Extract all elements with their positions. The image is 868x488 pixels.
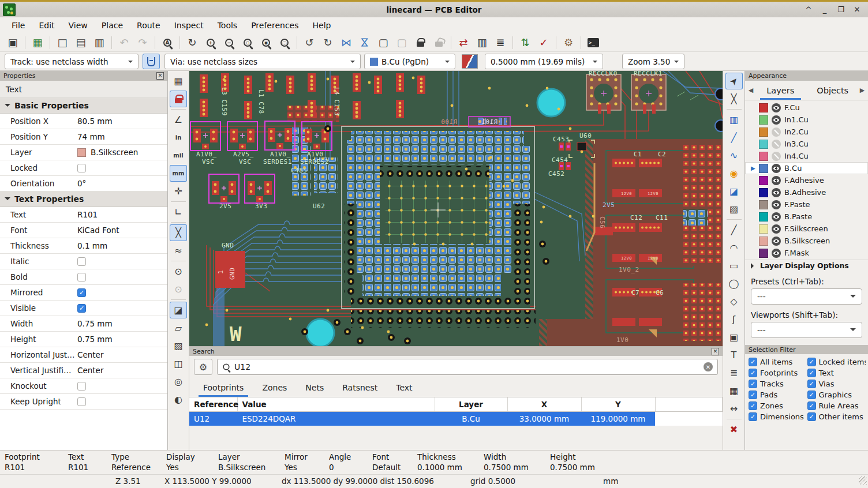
filter-rule-areas[interactable]: Rule Areas [807, 401, 866, 410]
visibility-eye-icon[interactable] [772, 200, 781, 209]
filter-vias[interactable]: Vias [807, 380, 866, 388]
via-size-select[interactable]: Via: use netclass sizes [164, 54, 361, 69]
layer-pair-indicator[interactable] [462, 54, 478, 69]
plot-button[interactable]: ▥ [91, 35, 107, 51]
select-tool-button[interactable]: ➤ [725, 73, 743, 89]
search-tab-zones[interactable]: Zones [254, 380, 295, 397]
draw-circle-button[interactable]: ◯ [725, 275, 743, 292]
zoom-selection-button[interactable]: ◌ [276, 35, 293, 51]
property-value[interactable] [75, 273, 167, 281]
filter-dimensions[interactable]: Dimensions [749, 412, 807, 421]
silkscreen-label[interactable]: C453 [553, 136, 570, 143]
checkbox[interactable] [77, 382, 86, 391]
rotate-cw-button[interactable]: ↻ [320, 35, 336, 51]
scripting-console-button[interactable]: >_ [585, 35, 601, 51]
active-layer-select[interactable]: B.Cu (PgDn) [364, 54, 455, 69]
silkscreen-label[interactable]: R100 [441, 118, 458, 126]
property-value[interactable]: 0.1 mm [75, 241, 167, 250]
silkscreen-label[interactable]: 2V5 [603, 201, 615, 209]
checkbox[interactable] [749, 412, 757, 421]
auto-track-width-button[interactable] [143, 54, 160, 69]
silkscreen-label[interactable]: RECCLK0 [589, 71, 618, 77]
grid-size-select[interactable]: 0.5000 mm (19.69 mils) [485, 54, 603, 69]
property-value[interactable] [75, 304, 167, 313]
close-icon[interactable]: ✕ [712, 348, 719, 355]
silkscreen-label[interactable]: SERDES2 [300, 158, 329, 166]
curved-ratsnest-button[interactable]: ≈ [170, 242, 187, 259]
property-value[interactable]: Center [75, 350, 167, 359]
add-text-button[interactable]: T [725, 347, 743, 363]
silkscreen-label[interactable]: U60 [579, 132, 592, 140]
silkscreen-label[interactable]: GND [222, 242, 234, 249]
silkscreen-label[interactable]: VSC [239, 158, 251, 166]
search-tab-nets[interactable]: Nets [297, 380, 332, 397]
zoom-select[interactable]: Zoom 3.50 [622, 54, 684, 69]
resize-grip[interactable] [859, 476, 867, 485]
property-value[interactable] [75, 164, 167, 172]
filter-pads[interactable]: Pads [749, 391, 807, 399]
silkscreen-label[interactable]: C485 [291, 167, 308, 174]
minimize-icon[interactable]: _ [821, 5, 829, 14]
layer-row-b-adhesive[interactable]: B.Adhesive [745, 186, 868, 198]
layer-color-swatch[interactable] [759, 140, 768, 149]
layer-row-f-paste[interactable]: F.Paste [745, 198, 868, 211]
silkscreen-label[interactable]: C11 [656, 214, 668, 222]
silkscreen-label[interactable]: A2V5_ [233, 151, 254, 158]
layer-color-swatch[interactable] [759, 176, 768, 185]
menu-route[interactable]: Route [131, 19, 166, 32]
layer-color-swatch[interactable] [759, 127, 768, 137]
visibility-eye-icon[interactable] [772, 176, 781, 185]
checkbox[interactable] [77, 257, 86, 266]
units-mils-button[interactable]: mil [170, 147, 187, 164]
menu-preferences[interactable]: Preferences [245, 19, 304, 32]
visibility-hidden-icon[interactable] [772, 140, 781, 149]
board-setup-button[interactable]: ▦ [29, 35, 46, 51]
footprint-properties-button[interactable]: ≣ [492, 35, 508, 51]
ungroup-items-button[interactable]: ▢ [394, 35, 410, 51]
checkbox[interactable] [77, 164, 86, 172]
silkscreen-label[interactable]: L4 C153 [333, 87, 341, 116]
pcb-canvas[interactable]: L3 C159L1 C78L4 C153A1V0_VSCA2V5_VSCA1V0… [189, 71, 723, 346]
search-settings-button[interactable]: ⚙ [194, 359, 212, 375]
filter-text[interactable]: Text [807, 369, 866, 377]
silkscreen-label[interactable]: C6 [656, 289, 664, 296]
presets-select[interactable]: --- [751, 288, 862, 305]
save-button[interactable]: ▣ [5, 35, 21, 51]
router-tool-button[interactable]: ⚙ [560, 35, 577, 51]
add-footprint-button[interactable]: ▥ [725, 111, 743, 128]
zone-outline-mode-button[interactable]: ▱ [170, 320, 187, 336]
highlight-local-ratsnest-button[interactable]: ╳ [725, 91, 743, 107]
draw-polygon-button[interactable]: ◇ [725, 293, 743, 310]
minimize-to-tray-icon[interactable]: ^ [805, 5, 813, 14]
refresh-view-button[interactable]: ↻ [184, 35, 200, 51]
silkscreen-label[interactable]: VSC [202, 158, 214, 166]
silkscreen-label[interactable]: A1V0_ [196, 151, 217, 158]
property-value[interactable]: 0.75 mm [75, 319, 167, 328]
column-header-layer[interactable]: Layer [435, 397, 507, 412]
zoom-fit-objects-button[interactable]: ▪ [258, 35, 274, 51]
property-value[interactable] [75, 382, 167, 391]
silkscreen-label[interactable]: 1 [217, 270, 225, 274]
tabs-scroll-left-icon[interactable]: ◀ [747, 87, 754, 94]
silkscreen-label[interactable]: U62 [313, 202, 325, 210]
silkscreen-label[interactable]: R101 [481, 118, 498, 126]
silkscreen-label[interactable]: SERDES1 [263, 158, 292, 166]
add-dimension-button[interactable]: ↔ [725, 400, 743, 417]
units-mm-button[interactable]: mm [170, 165, 187, 182]
property-value[interactable] [75, 257, 167, 266]
checkbox[interactable] [749, 380, 757, 388]
draw-line-button[interactable]: ╱ [725, 222, 743, 238]
filter-zones[interactable]: Zones [749, 401, 807, 410]
lock-item-button[interactable] [412, 35, 428, 51]
filter-other-items[interactable]: Other items [807, 412, 866, 421]
section-header[interactable]: Text Properties [0, 192, 167, 207]
layer-row-in2-cu[interactable]: In2.Cu [745, 126, 868, 138]
layer-color-swatch[interactable] [759, 224, 768, 234]
viewports-select[interactable]: --- [751, 322, 862, 338]
property-value[interactable]: B.Silkscreen [75, 148, 167, 157]
search-input[interactable]: U12 ✕ [217, 359, 718, 375]
layer-row-f-adhesive[interactable]: F.Adhesive [745, 174, 868, 186]
search-tab-ratsnest[interactable]: Ratsnest [334, 380, 386, 397]
show-ratsnest-button[interactable]: ╳ [170, 224, 187, 241]
property-value[interactable]: 0° [75, 179, 167, 188]
